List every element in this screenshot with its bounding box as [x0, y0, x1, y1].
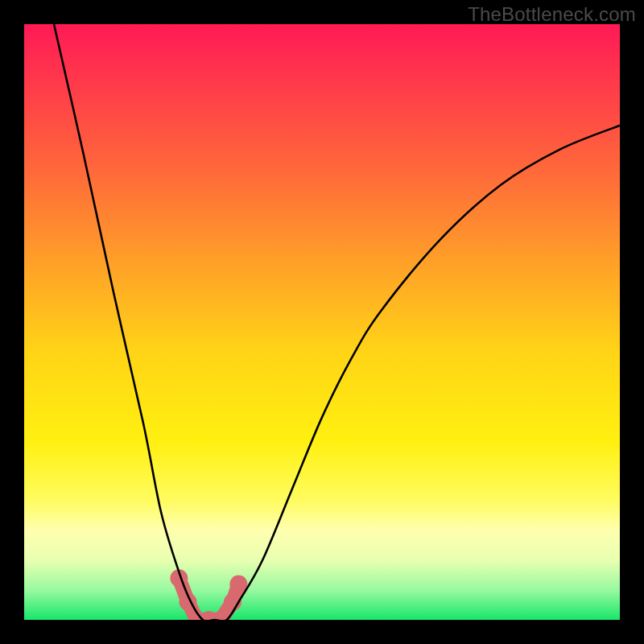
- plot-area: [24, 24, 620, 620]
- watermark-text: TheBottleneck.com: [468, 3, 636, 26]
- marker-dots-group: [170, 569, 247, 620]
- bottleneck-curve-line: [54, 24, 620, 620]
- chart-svg: [24, 24, 620, 620]
